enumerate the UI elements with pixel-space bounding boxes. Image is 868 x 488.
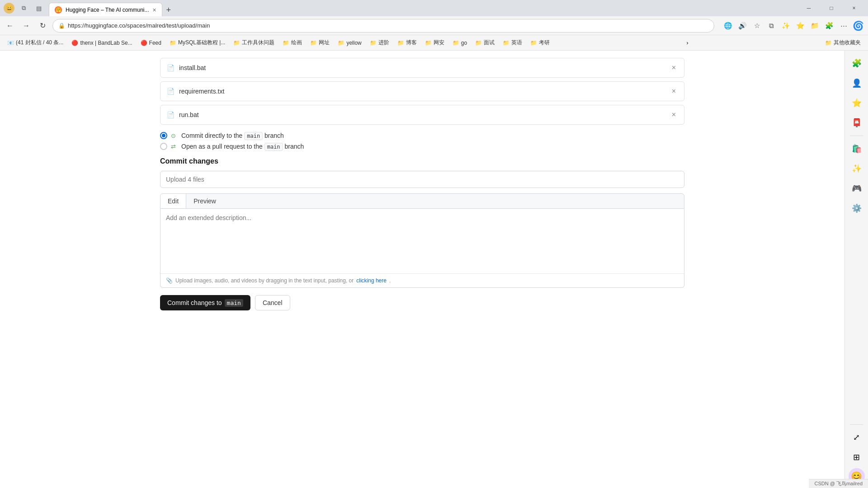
forward-button[interactable]: → [20, 19, 33, 32]
bookmark-item-extra[interactable]: 📁 其他收藏夹 [821, 38, 864, 48]
commit-message-input[interactable] [160, 171, 684, 188]
bookmark-folder-icon: 📁 [397, 40, 404, 46]
more-options-icon[interactable]: ⋯ [837, 19, 850, 32]
bookmark-folder-icon: 📁 [233, 40, 240, 46]
bookmark-item-english[interactable]: 📁 英语 [499, 38, 526, 48]
bookmark-folder-icon: 📁 [338, 40, 344, 46]
browser-ai-icon[interactable]: ✨ [779, 19, 792, 32]
bookmark-item-feed[interactable]: 🔴 Feed [137, 38, 165, 47]
tab-preview[interactable]: Preview [186, 194, 223, 208]
new-tab-button[interactable]: + [162, 4, 175, 16]
extensions-icon[interactable]: 🧩 [823, 19, 835, 32]
bookmark-item-go[interactable]: 📁 go [449, 38, 471, 47]
bookmark-folder-icon: 📁 [283, 40, 289, 46]
vertical-tabs-icon[interactable]: ▤ [33, 2, 45, 14]
radio-section: ⊙ Commit directly to the main branch ⇄ [160, 132, 684, 150]
close-button[interactable]: × [844, 0, 864, 16]
file-icon: 📄 [167, 111, 175, 118]
bookmark-label: 绘画 [291, 39, 302, 47]
extensions-sidebar-icon[interactable]: 🧩 [848, 54, 866, 72]
settings-sidebar-icon[interactable]: ⚙️ [848, 199, 866, 217]
bookmark-item-work[interactable]: 📁 工作具休问题 [230, 38, 278, 48]
file-remove-button[interactable]: × [670, 86, 678, 96]
radio-option-open-pr[interactable]: ⇄ Open as a pull request to the main bra… [160, 143, 684, 150]
tab-bar: 🤗 Hugging Face – The AI communi... × + [49, 0, 795, 16]
copilot-sidebar-icon[interactable]: ✨ [848, 160, 866, 178]
bookmark-label: 考研 [539, 39, 550, 47]
title-bar: 😀 ⧉ ▤ 🤗 Hugging Face – The AI communi...… [0, 0, 868, 16]
refresh-button[interactable]: ↻ [36, 19, 49, 32]
bookmark-label: 网安 [434, 39, 444, 47]
tab-favicon: 🤗 [55, 6, 62, 14]
tab-close-button[interactable]: × [153, 6, 156, 14]
favorites-bar-icon[interactable]: ⭐ [794, 19, 807, 32]
bookmark-item-yellow[interactable]: 📁 yellow [334, 38, 365, 47]
radio-option-commit-direct[interactable]: ⊙ Commit directly to the main branch [160, 132, 684, 139]
commit-section: Commit changes Edit Preview 📎 Upload ima… [160, 157, 684, 310]
url-bar[interactable]: 🔒 https://huggingface.co/spaces/malred/t… [52, 19, 714, 33]
expand-sidebar-icon[interactable]: ⤢ [848, 428, 866, 446]
bookmark-item-interview[interactable]: 📁 面试 [472, 38, 498, 48]
cancel-button[interactable]: Cancel [255, 295, 290, 310]
bookmark-item-mail[interactable]: 📧 (41 封私信 / 40 条... [4, 38, 67, 48]
file-name: run.bat [179, 111, 670, 118]
bookmark-folder-icon: 📁 [475, 40, 482, 46]
bookmarks-more-button[interactable]: › [683, 38, 692, 47]
file-name: install.bat [179, 64, 670, 71]
bookmark-label: MySQL基础教程 |... [178, 39, 225, 47]
page-content: 📄 install.bat × 📄 requirements.txt × 📄 r… [0, 51, 844, 488]
user-sidebar-icon[interactable]: 👤 [848, 74, 866, 92]
tab-edit[interactable]: Edit [160, 194, 186, 209]
bookmark-item-exam[interactable]: 📁 考研 [527, 38, 553, 48]
upload-icon: 📎 [166, 277, 173, 284]
radio-circle-commit [160, 132, 167, 139]
status-text: CSDN @ 飞鸟mailred [814, 481, 863, 486]
edge-icon[interactable]: 🌀 [852, 19, 864, 32]
radio-circle-pr [160, 143, 167, 150]
bookmark-item-advanced[interactable]: 📁 进阶 [366, 38, 393, 48]
minimize-button[interactable]: ─ [798, 0, 819, 16]
upload-hint-text: Upload images, audio, and videos by drag… [175, 277, 354, 284]
bookmark-label: 其他收藏夹 [834, 39, 861, 47]
favorites-icon[interactable]: ☆ [750, 19, 763, 32]
collections-icon[interactable]: 📁 [808, 19, 821, 32]
bookmark-item-url[interactable]: 📁 网址 [307, 38, 333, 48]
upload-hint-link[interactable]: clicking here [356, 277, 387, 284]
translate-icon[interactable]: 🌐 [722, 19, 734, 32]
file-remove-button[interactable]: × [670, 63, 678, 73]
back-button[interactable]: ← [4, 19, 16, 32]
read-aloud-icon[interactable]: 🔊 [736, 19, 749, 32]
star-sidebar-icon[interactable]: ⭐ [848, 94, 866, 112]
upload-hint: 📎 Upload images, audio, and videos by dr… [160, 273, 684, 287]
maximize-button[interactable]: □ [821, 0, 842, 16]
bookmark-label: go [461, 40, 467, 46]
outlook-sidebar-icon[interactable]: 📮 [848, 114, 866, 132]
bookmark-item-thenx[interactable]: 🔴 thenx | BandLab Se... [68, 38, 136, 47]
commit-changes-button[interactable]: Commit changes to main [160, 295, 250, 310]
title-bar-buttons: 😀 ⧉ ▤ [4, 2, 45, 14]
grid-sidebar-icon[interactable]: ⊞ [848, 448, 866, 466]
bookmark-label: thenx | BandLab Se... [80, 40, 132, 46]
bookmark-item-drawing[interactable]: 📁 绘画 [279, 38, 306, 48]
pr-icon: ⇄ [171, 143, 176, 150]
url-text: https://huggingface.co/spaces/malred/tes… [68, 22, 210, 29]
file-remove-button[interactable]: × [670, 110, 678, 120]
active-tab[interactable]: 🤗 Hugging Face – The AI communi... × [49, 3, 162, 16]
tab-groups-icon[interactable]: ⧉ [17, 2, 30, 14]
shopping-sidebar-icon[interactable]: 🛍️ [848, 140, 866, 158]
sidebar-divider-2 [850, 424, 863, 425]
bookmark-folder-icon: 📁 [825, 40, 832, 46]
bookmark-folder-icon: 📁 [530, 40, 537, 46]
file-name: requirements.txt [179, 88, 670, 95]
bookmark-item-mysql[interactable]: 📁 MySQL基础教程 |... [166, 38, 229, 48]
bookmark-folder-icon: 📁 [370, 40, 377, 46]
bookmark-label: 面试 [484, 39, 495, 47]
split-screen-icon[interactable]: ⧉ [765, 19, 778, 32]
status-bar: CSDN @ 飞鸟mailred [809, 479, 868, 488]
bookmark-item-security[interactable]: 📁 网安 [421, 38, 448, 48]
description-textarea[interactable] [160, 209, 684, 272]
profile-icon[interactable]: 😀 [4, 3, 14, 14]
games-sidebar-icon[interactable]: 🎮 [848, 179, 866, 197]
bookmark-label: 英语 [511, 39, 522, 47]
bookmark-item-blog[interactable]: 📁 博客 [394, 38, 420, 48]
